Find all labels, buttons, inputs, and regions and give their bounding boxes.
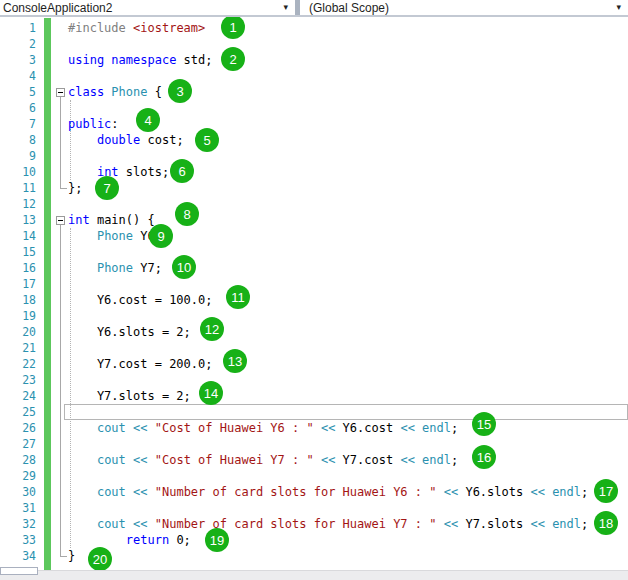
- line-number: 33: [0, 532, 36, 548]
- token-dir: #include: [68, 21, 126, 35]
- code-line-6[interactable]: 6: [0, 100, 628, 116]
- token-txt: [68, 533, 126, 547]
- token-type: endl: [422, 421, 451, 435]
- line-number: 5: [0, 84, 36, 100]
- token-txt: [148, 453, 155, 467]
- code-line-33[interactable]: 33 return 0;: [0, 532, 628, 548]
- project-dropdown[interactable]: ConsoleApplication2 ▾: [0, 0, 295, 15]
- token-txt: Y6.cost = 100.0;: [68, 293, 213, 307]
- token-txt: Y7;: [133, 261, 162, 275]
- code-text: int main() {: [68, 212, 155, 228]
- token-str: "Cost of Huawei Y6 : ": [155, 421, 314, 435]
- token-txt: [68, 485, 97, 499]
- line-number: 7: [0, 116, 36, 132]
- code-line-22[interactable]: 22 Y7.cost = 200.0;: [0, 356, 628, 372]
- code-line-1[interactable]: 1#include <iostream>: [0, 20, 628, 36]
- scope-dropdown[interactable]: (Global Scope) ▾: [300, 0, 628, 15]
- code-line-20[interactable]: 20 Y6.slots = 2;: [0, 324, 628, 340]
- line-number: 10: [0, 164, 36, 180]
- token-txt: ;: [451, 453, 458, 467]
- code-line-24[interactable]: 24 Y7.slots = 2;: [0, 388, 628, 404]
- line-number: 3: [0, 52, 36, 68]
- step-marker-9: 9: [149, 224, 173, 248]
- line-number: 13: [0, 212, 36, 228]
- code-line-3[interactable]: 3using namespace std;: [0, 52, 628, 68]
- code-line-27[interactable]: 27: [0, 436, 628, 452]
- code-line-2[interactable]: 2: [0, 36, 628, 52]
- token-type: cout: [97, 421, 126, 435]
- token-txt: [68, 421, 97, 435]
- code-text: public:: [68, 116, 119, 132]
- code-line-30[interactable]: 30 cout << "Number of card slots for Hua…: [0, 484, 628, 500]
- token-kw: int: [68, 213, 90, 227]
- line-number: 9: [0, 148, 36, 164]
- line-number: 28: [0, 452, 36, 468]
- change-tracking-bar: [44, 18, 51, 570]
- token-type: cout: [97, 517, 126, 531]
- chevron-down-icon[interactable]: ▾: [283, 0, 288, 15]
- code-line-31[interactable]: 31: [0, 500, 628, 516]
- code-text: }: [68, 548, 75, 564]
- code-line-15[interactable]: 15: [0, 244, 628, 260]
- step-marker-7: 7: [95, 176, 119, 200]
- token-txt: {: [147, 85, 161, 99]
- code-editor[interactable]: 1#include <iostream>23using namespace st…: [0, 17, 628, 580]
- code-lines-container: 1#include <iostream>23using namespace st…: [0, 20, 628, 580]
- code-line-21[interactable]: 21: [0, 340, 628, 356]
- token-txt: [314, 453, 321, 467]
- code-line-32[interactable]: 32 cout << "Number of card slots for Hua…: [0, 516, 628, 532]
- code-line-9[interactable]: 9: [0, 148, 628, 164]
- code-line-18[interactable]: 18 Y6.cost = 100.0;: [0, 292, 628, 308]
- line-number: 25: [0, 404, 36, 420]
- code-line-4[interactable]: 4: [0, 68, 628, 84]
- horizontal-scrollbar-thumb[interactable]: [0, 567, 38, 575]
- step-marker-16: 16: [472, 445, 496, 469]
- step-marker-20: 20: [88, 547, 112, 571]
- line-number: 8: [0, 132, 36, 148]
- token-type: endl: [552, 485, 581, 499]
- token-op: <<: [444, 517, 458, 531]
- token-op: <<: [444, 485, 458, 499]
- token-kw: class: [68, 85, 104, 99]
- code-line-14[interactable]: 14 Phone Y6;: [0, 228, 628, 244]
- token-kw: using: [68, 53, 104, 67]
- chevron-down-icon[interactable]: ▾: [616, 0, 621, 15]
- code-line-12[interactable]: 12: [0, 196, 628, 212]
- line-number: 11: [0, 180, 36, 196]
- token-txt: std;: [176, 53, 212, 67]
- code-line-26[interactable]: 26 cout << "Cost of Huawei Y6 : " << Y6.…: [0, 420, 628, 436]
- token-op: <<: [133, 517, 147, 531]
- code-line-13[interactable]: 13int main() {: [0, 212, 628, 228]
- code-line-10[interactable]: 10 int slots;: [0, 164, 628, 180]
- horizontal-scrollbar[interactable]: [0, 570, 628, 580]
- code-line-29[interactable]: 29: [0, 468, 628, 484]
- step-marker-8: 8: [175, 202, 199, 226]
- token-txt: cost;: [140, 133, 183, 147]
- step-marker-4: 4: [136, 108, 160, 132]
- line-number: 26: [0, 420, 36, 436]
- token-txt: :: [111, 117, 118, 131]
- token-txt: [126, 21, 133, 35]
- token-txt: [437, 517, 444, 531]
- line-number: 17: [0, 276, 36, 292]
- code-line-7[interactable]: 7public:: [0, 116, 628, 132]
- code-line-19[interactable]: 19: [0, 308, 628, 324]
- code-text: };: [68, 180, 82, 196]
- code-line-16[interactable]: 16 Phone Y7;: [0, 260, 628, 276]
- code-line-17[interactable]: 17: [0, 276, 628, 292]
- token-txt: [437, 485, 444, 499]
- step-marker-17: 17: [594, 479, 618, 503]
- code-line-5[interactable]: 5class Phone {: [0, 84, 628, 100]
- token-txt: [126, 485, 133, 499]
- line-number: 18: [0, 292, 36, 308]
- code-line-23[interactable]: 23: [0, 372, 628, 388]
- code-line-8[interactable]: 8 double cost;: [0, 132, 628, 148]
- token-kw: namespace: [111, 53, 176, 67]
- token-op: <<: [321, 453, 335, 467]
- line-number: 30: [0, 484, 36, 500]
- token-txt: main() {: [90, 213, 155, 227]
- code-line-28[interactable]: 28 cout << "Cost of Huawei Y7 : " << Y7.…: [0, 452, 628, 468]
- token-str: "Number of card slots for Huawei Y7 : ": [155, 517, 437, 531]
- line-number: 22: [0, 356, 36, 372]
- code-text: cout << "Cost of Huawei Y6 : " << Y6.cos…: [68, 420, 458, 436]
